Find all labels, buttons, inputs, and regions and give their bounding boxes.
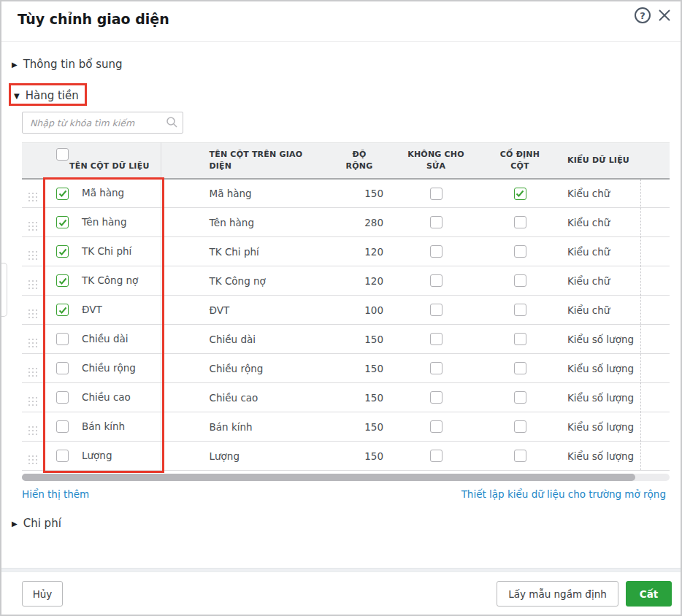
no-edit-checkbox[interactable]	[430, 450, 442, 462]
row-select-checkbox[interactable]	[56, 245, 69, 258]
table-row: Mã hàngMã hàng150Kiểu chữ	[22, 179, 670, 208]
no-edit-checkbox[interactable]	[430, 245, 442, 258]
page-title: Tùy chỉnh giao diện	[18, 11, 169, 27]
column-width-cell[interactable]: 150	[326, 442, 392, 471]
drag-handle-icon[interactable]	[28, 251, 37, 260]
row-select-checkbox[interactable]	[56, 420, 69, 433]
fixed-column-checkbox[interactable]	[514, 450, 526, 462]
fixed-column-checkbox[interactable]	[514, 216, 526, 228]
row-select-checkbox[interactable]	[56, 391, 69, 404]
default-template-button[interactable]: Lấy mẫu ngầm định	[497, 581, 618, 607]
drag-handle-icon[interactable]	[28, 222, 37, 231]
display-name-cell[interactable]: Lượng	[161, 442, 326, 471]
column-width-cell[interactable]: 150	[326, 354, 392, 383]
search-icon[interactable]	[166, 116, 178, 131]
footer-divider	[1, 568, 681, 572]
row-select-checkbox[interactable]	[56, 333, 69, 345]
display-name-cell[interactable]: Chiều cao	[161, 383, 326, 412]
fixed-column-checkbox[interactable]	[514, 245, 526, 258]
data-type-cell: Kiểu số lượng	[560, 412, 640, 442]
row-select-checkbox[interactable]	[56, 188, 69, 200]
header-display-name: TÊN CỘT TRÊN GIAO DIỆN	[161, 143, 326, 179]
close-icon[interactable]	[656, 7, 673, 23]
chevron-right-icon: ▶	[12, 61, 18, 69]
scrollbar-thumb[interactable]	[22, 474, 635, 481]
column-name: Lượng	[82, 450, 112, 461]
display-name-cell[interactable]: Bán kính	[161, 412, 326, 442]
no-edit-checkbox[interactable]	[430, 216, 442, 228]
header-no-edit: KHÔNG CHO SỬA	[392, 143, 480, 179]
search-box	[22, 112, 183, 134]
table-row: TK Công nợTK Công nợ120Kiểu chữ	[22, 266, 670, 296]
row-select-checkbox[interactable]	[56, 450, 69, 462]
no-edit-checkbox[interactable]	[430, 420, 442, 433]
column-name: Chiều cao	[82, 391, 131, 403]
header-width: ĐỘ RỘNG	[326, 143, 392, 179]
section-label: Thông tin bổ sung	[23, 58, 123, 71]
drag-handle-icon[interactable]	[28, 193, 37, 201]
column-width-cell[interactable]: 280	[326, 208, 392, 237]
display-name-cell[interactable]: Tên hàng	[161, 208, 326, 237]
data-type-cell: Kiểu chữ	[560, 237, 640, 266]
chevron-right-icon: ▶	[12, 520, 18, 528]
display-name-cell[interactable]: TK Công nợ	[161, 266, 326, 296]
column-width-cell[interactable]: 150	[326, 383, 392, 412]
display-name-cell[interactable]: Chiều dài	[161, 325, 326, 354]
fixed-column-checkbox[interactable]	[514, 420, 526, 433]
chevron-down-icon: ▼	[14, 92, 20, 100]
fixed-column-checkbox[interactable]	[514, 304, 526, 316]
display-name-cell[interactable]: TK Chi phí	[161, 237, 326, 266]
fixed-column-checkbox[interactable]	[514, 391, 526, 404]
column-width-cell[interactable]: 120	[326, 237, 392, 266]
drag-handle-icon[interactable]	[28, 339, 37, 347]
row-select-checkbox[interactable]	[56, 274, 69, 287]
column-width-cell[interactable]: 150	[326, 412, 392, 442]
drag-handle-icon[interactable]	[28, 426, 37, 435]
drag-handle-icon[interactable]	[28, 368, 37, 377]
left-panel-handle[interactable]	[1, 263, 7, 317]
row-select-checkbox[interactable]	[56, 216, 69, 228]
data-type-cell: Kiểu số lượng	[560, 354, 640, 383]
drag-handle-icon[interactable]	[28, 280, 37, 289]
row-select-checkbox[interactable]	[56, 362, 69, 374]
no-edit-checkbox[interactable]	[430, 333, 442, 345]
section-additional-info[interactable]: ▶ Thông tin bổ sung	[12, 58, 123, 71]
display-name-cell[interactable]: Mã hàng	[161, 179, 326, 208]
save-button[interactable]: Cất	[626, 581, 672, 607]
header-column-name: TÊN CỘT DỮ LIỆU	[45, 143, 161, 179]
empty-cell	[640, 296, 670, 325]
columns-config-table: TÊN CỘT DỮ LIỆU TÊN CỘT TRÊN GIAO DIỆN Đ…	[22, 142, 670, 471]
fixed-column-checkbox[interactable]	[514, 188, 526, 200]
column-name: TK Công nợ	[82, 274, 138, 286]
search-input[interactable]	[22, 112, 183, 134]
cancel-button[interactable]: Hủy	[22, 581, 63, 607]
section-money-rows[interactable]: ▼ Hàng tiền	[14, 89, 79, 102]
no-edit-checkbox[interactable]	[430, 304, 442, 316]
help-icon[interactable]: ?	[635, 7, 651, 23]
display-name-cell[interactable]: ĐVT	[161, 296, 326, 325]
table-row: Bán kínhBán kính150Kiểu số lượng	[22, 412, 670, 442]
data-type-cell: Kiểu số lượng	[560, 325, 640, 354]
row-select-checkbox[interactable]	[56, 304, 69, 316]
setup-data-type-link[interactable]: Thiết lập kiểu dữ liệu cho trường mở rộn…	[461, 488, 666, 500]
column-width-cell[interactable]: 150	[326, 179, 392, 208]
drag-handle-icon[interactable]	[28, 455, 37, 464]
no-edit-checkbox[interactable]	[430, 391, 442, 404]
fixed-column-checkbox[interactable]	[514, 274, 526, 287]
drag-handle-icon[interactable]	[28, 397, 37, 406]
no-edit-checkbox[interactable]	[430, 362, 442, 374]
show-more-link[interactable]: Hiển thị thêm	[22, 488, 89, 500]
column-width-cell[interactable]: 100	[326, 296, 392, 325]
fixed-column-checkbox[interactable]	[514, 362, 526, 374]
footer-actions: Lấy mẫu ngầm định Cất	[497, 581, 672, 607]
section-label: Chi phí	[23, 517, 61, 530]
column-width-cell[interactable]: 120	[326, 266, 392, 296]
fixed-column-checkbox[interactable]	[514, 333, 526, 345]
select-all-checkbox[interactable]	[56, 148, 69, 161]
drag-handle-icon[interactable]	[28, 309, 37, 318]
no-edit-checkbox[interactable]	[430, 188, 442, 200]
column-width-cell[interactable]: 150	[326, 325, 392, 354]
no-edit-checkbox[interactable]	[430, 274, 442, 287]
section-expenses[interactable]: ▶ Chi phí	[12, 517, 61, 530]
display-name-cell[interactable]: Chiều rộng	[161, 354, 326, 383]
